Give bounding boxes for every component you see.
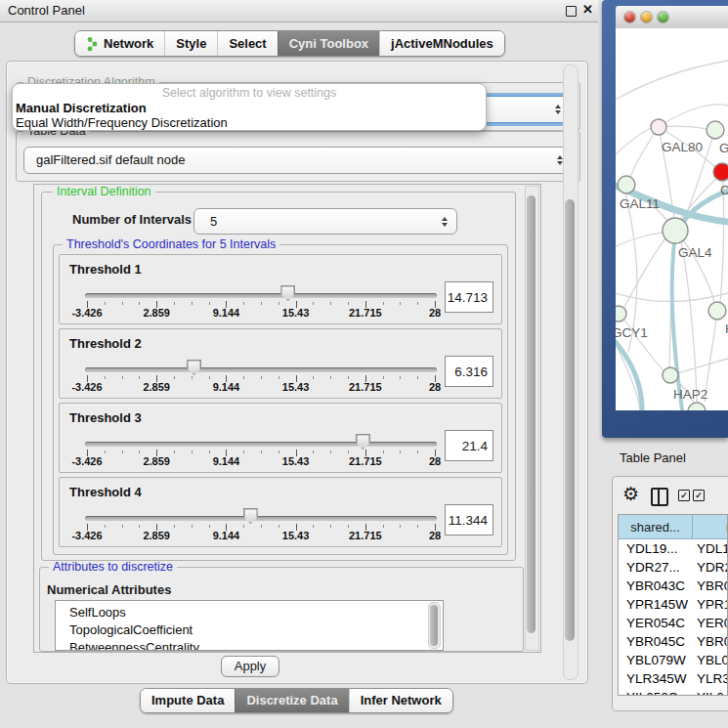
table-row-name[interactable]: YBR0 <box>697 632 728 651</box>
slider-tick <box>400 450 401 453</box>
table-row-shared-name[interactable]: YBL079W <box>626 651 693 669</box>
slider-tick-label: -3.426 <box>58 381 116 393</box>
slider-handle[interactable] <box>280 285 295 301</box>
table-row-shared-name[interactable]: YDR27... <box>626 558 693 577</box>
gear-icon[interactable]: ⚙ <box>622 485 639 503</box>
slider-tick <box>313 450 314 453</box>
slider-tick-label: -3.426 <box>58 530 116 541</box>
split-columns-icon[interactable] <box>651 488 668 506</box>
attributes-title: Attributes to discretize <box>49 561 177 574</box>
network-node[interactable] <box>616 306 626 321</box>
slider-tick <box>209 450 210 453</box>
network-node[interactable] <box>663 218 688 243</box>
number-of-intervals-spinner[interactable]: 5 <box>193 208 457 235</box>
stepper-arrows-icon <box>555 105 561 114</box>
table-row-shared-name[interactable]: YER054C <box>626 614 693 632</box>
threshold-value-field[interactable]: 21.4 <box>445 430 493 461</box>
slider-tick <box>174 525 175 528</box>
stepper-arrows-icon <box>442 217 448 227</box>
apply-button[interactable]: Apply <box>221 656 279 677</box>
close-traffic-light[interactable] <box>624 12 635 22</box>
slider-tick <box>330 376 331 379</box>
network-edge <box>616 61 728 100</box>
slider-tick <box>348 525 349 528</box>
list-item[interactable]: TopologicalCoefficient <box>56 621 443 639</box>
table-data-combobox[interactable]: galFiltered.sif default node <box>23 147 573 174</box>
threshold-value-field[interactable]: 6.316 <box>445 356 493 387</box>
tab-impute-data[interactable]: Impute Data <box>141 689 235 712</box>
slider-handle[interactable] <box>243 508 258 524</box>
control-panel-titlebar: Control Panel <box>0 0 598 22</box>
panel-scrollbar-thumb[interactable] <box>565 199 575 641</box>
table-row-shared-name[interactable]: YPR145W <box>626 595 693 614</box>
threshold-value-field[interactable]: 14.713 <box>445 281 493 313</box>
slider-tick <box>174 302 175 305</box>
table-row-name[interactable]: YLR3 <box>697 669 728 688</box>
network-node[interactable] <box>688 403 706 410</box>
table-row-name[interactable]: YPR1 <box>697 595 728 614</box>
slider-tick <box>192 376 193 379</box>
table-row-shared-name[interactable]: YDL19... <box>626 539 693 558</box>
inner-scrollbar-thumb[interactable] <box>527 195 535 633</box>
list-item[interactable]: SelfLoops <box>56 604 443 621</box>
tab-cyni-toolbox[interactable]: Cyni Toolbox <box>278 31 379 56</box>
threshold-value-field[interactable]: 11.344 <box>445 504 493 535</box>
table-row-name[interactable]: YIL0 <box>697 688 728 696</box>
close-icon[interactable]: ✕ <box>582 2 593 17</box>
slider-track[interactable] <box>85 367 437 372</box>
table-row-name[interactable]: YBL0 <box>697 651 728 669</box>
numerical-attributes-list[interactable]: SelfLoopsTopologicalCoefficientBetweenne… <box>55 600 444 651</box>
tab-infer-network[interactable]: Infer Network <box>349 689 452 712</box>
list-item[interactable]: BetweennessCentrality <box>56 639 443 651</box>
slider-tick <box>122 525 123 528</box>
table-row-shared-name[interactable]: YIL052C <box>626 688 693 696</box>
network-node[interactable] <box>708 302 726 320</box>
algorithm-option-equal-width[interactable]: Equal Width/Frequency Discretization <box>13 115 486 130</box>
checkbox-icon[interactable]: ✓ <box>678 490 690 501</box>
column-header-name[interactable]: n <box>693 515 728 539</box>
tab-discretize-data[interactable]: Discretize Data <box>235 689 348 712</box>
float-window-icon[interactable] <box>566 6 577 17</box>
slider-tick <box>209 376 210 379</box>
minimize-traffic-light[interactable] <box>641 12 652 22</box>
list-scrollbar[interactable] <box>428 602 441 649</box>
network-node[interactable] <box>663 367 678 383</box>
table-row-name[interactable]: YDR2 <box>697 558 728 577</box>
tab-style[interactable]: Style <box>164 31 217 56</box>
network-window-titlebar[interactable] <box>616 6 728 29</box>
table-row-name[interactable]: YDL1 <box>697 539 728 558</box>
node-table[interactable]: shared... n YDL19...YDL1YDR27...YDR2YBR0… <box>618 514 728 696</box>
algorithm-option-manual[interactable]: Manual Discretization <box>13 101 486 115</box>
slider-tick <box>192 450 193 453</box>
network-node[interactable] <box>707 121 724 139</box>
slider-handle[interactable] <box>356 434 370 450</box>
network-edge <box>720 181 724 302</box>
slider-tick <box>278 450 279 453</box>
tab-jactivemnodules[interactable]: jActiveMNodules <box>379 31 504 56</box>
network-edge <box>630 127 659 177</box>
top-tabbar: Network Style Select Cyni Toolbox jActiv… <box>74 30 505 57</box>
checkbox-icon[interactable]: ✓ <box>693 490 705 501</box>
tab-select[interactable]: Select <box>217 31 277 56</box>
tab-network[interactable]: Network <box>75 31 164 56</box>
slider-tick <box>243 376 244 379</box>
table-row-shared-name[interactable]: YLR345W <box>626 669 693 688</box>
slider-tick <box>174 376 175 379</box>
slider-track[interactable] <box>85 516 437 521</box>
column-header-shared[interactable]: shared... <box>619 515 693 539</box>
table-row-shared-name[interactable]: YBR043C <box>626 577 693 595</box>
slider-track[interactable] <box>85 293 437 298</box>
slider-tick <box>383 302 384 305</box>
network-node[interactable] <box>713 163 728 181</box>
table-row-name[interactable]: YER0 <box>697 614 728 632</box>
slider-track[interactable] <box>85 442 437 447</box>
zoom-traffic-light[interactable] <box>658 12 668 22</box>
slider-handle[interactable] <box>187 360 201 375</box>
table-row-name[interactable]: YBR0 <box>697 577 728 595</box>
network-node[interactable] <box>618 176 635 193</box>
table-row-shared-name[interactable]: YBR045C <box>626 632 693 651</box>
network-node[interactable] <box>651 119 666 135</box>
list-scrollbar-thumb[interactable] <box>430 605 438 646</box>
network-canvas[interactable]: GAL80GACGAL11GAL4HGCY1HAP2 <box>616 28 728 410</box>
slider-tick <box>400 302 401 305</box>
